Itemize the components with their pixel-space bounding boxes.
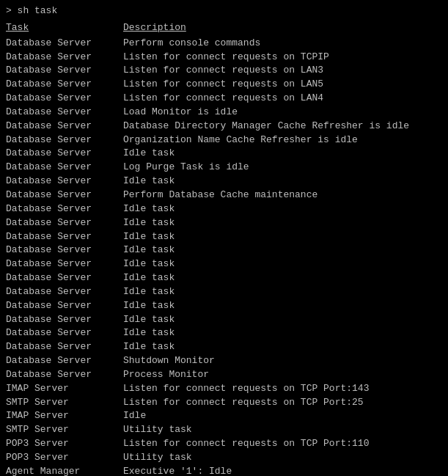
description-cell: Idle task <box>123 257 442 271</box>
table-row: Database ServerShutdown Monitor <box>6 354 442 368</box>
task-cell: Database Server <box>6 368 123 382</box>
task-cell: Database Server <box>6 147 123 161</box>
task-cell: Database Server <box>6 106 123 120</box>
description-cell: Idle task <box>123 313 442 327</box>
task-cell: Database Server <box>6 326 123 340</box>
table-row: Database ServerPerform console commands <box>6 37 442 51</box>
description-cell: Listen for connect requests on LAN5 <box>123 78 442 92</box>
task-cell: Database Server <box>6 202 123 216</box>
task-cell: Database Server <box>6 285 123 299</box>
description-cell: Process Monitor <box>123 368 442 382</box>
table-row: Database ServerLoad Monitor is idle <box>6 106 442 120</box>
column-header-task: Task <box>6 21 123 35</box>
description-cell: Idle task <box>123 299 442 313</box>
description-cell: Log Purge Task is idle <box>123 161 442 175</box>
description-cell: Idle task <box>123 147 442 161</box>
table-row: Database ServerProcess Monitor <box>6 368 442 382</box>
description-cell: Shutdown Monitor <box>123 354 442 368</box>
description-cell: Idle task <box>123 175 442 188</box>
task-cell: Database Server <box>6 244 123 257</box>
table-header: Task Description <box>6 21 442 35</box>
task-cell: Database Server <box>6 354 123 368</box>
description-cell: Listen for connect requests on TCP Port:… <box>123 382 442 396</box>
table-row: Database ServerListen for connect reques… <box>6 92 442 106</box>
task-cell: Database Server <box>6 188 123 202</box>
table-row: Database ServerIdle task <box>6 202 442 216</box>
description-cell: Executive '1': Idle <box>123 465 442 476</box>
table-row: Database ServerIdle task <box>6 299 442 313</box>
description-cell: Idle task <box>123 244 442 257</box>
task-cell: Database Server <box>6 37 123 51</box>
description-cell: Listen for connect requests on TCP Port:… <box>123 437 442 451</box>
description-cell: Idle task <box>123 230 442 244</box>
table-row: Database ServerListen for connect reques… <box>6 64 442 78</box>
task-cell: SMTP Server <box>6 396 123 410</box>
description-cell: Idle task <box>123 340 442 354</box>
table-row: Database ServerIdle task <box>6 313 442 327</box>
task-cell: IMAP Server <box>6 409 123 423</box>
description-cell: Idle task <box>123 216 442 230</box>
table-row: IMAP ServerListen for connect requests o… <box>6 382 442 396</box>
description-cell: Database Directory Manager Cache Refresh… <box>123 120 442 133</box>
task-cell: Database Server <box>6 230 123 244</box>
task-cell: POP3 Server <box>6 437 123 451</box>
table-row: Database ServerDatabase Directory Manage… <box>6 120 442 133</box>
table-row: SMTP ServerUtility task <box>6 423 442 437</box>
task-cell: Database Server <box>6 133 123 147</box>
table-row: Database ServerIdle task <box>6 326 442 340</box>
description-cell: Perform console commands <box>123 37 442 51</box>
table-row: Database ServerIdle task <box>6 230 442 244</box>
table-row: Database ServerPerform Database Cache ma… <box>6 188 442 202</box>
table-body: Database ServerPerform console commandsD… <box>6 37 442 476</box>
description-cell: Load Monitor is idle <box>123 106 442 120</box>
table-row: POP3 ServerListen for connect requests o… <box>6 437 442 451</box>
description-cell: Listen for connect requests on TCP Port:… <box>123 396 442 410</box>
description-cell: Utility task <box>123 451 442 465</box>
task-cell: POP3 Server <box>6 451 123 465</box>
task-cell: Database Server <box>6 51 123 65</box>
table-row: Database ServerIdle task <box>6 244 442 257</box>
table-row: Database ServerIdle task <box>6 257 442 271</box>
terminal-window: > sh task Task Description Database Serv… <box>6 4 442 476</box>
task-cell: Database Server <box>6 175 123 188</box>
description-cell: Idle task <box>123 285 442 299</box>
table-row: Database ServerIdle task <box>6 285 442 299</box>
task-cell: Database Server <box>6 120 123 133</box>
table-row: Database ServerIdle task <box>6 271 442 285</box>
description-cell: Listen for connect requests on LAN4 <box>123 92 442 106</box>
table-row: POP3 ServerUtility task <box>6 451 442 465</box>
column-header-description: Description <box>123 21 442 35</box>
description-cell: Idle task <box>123 326 442 340</box>
table-row: IMAP ServerIdle <box>6 409 442 423</box>
task-cell: Agent Manager <box>6 465 123 476</box>
table-row: SMTP ServerListen for connect requests o… <box>6 396 442 410</box>
task-cell: SMTP Server <box>6 423 123 437</box>
table-row: Database ServerIdle task <box>6 216 442 230</box>
table-row: Database ServerListen for connect reques… <box>6 51 442 65</box>
task-cell: Database Server <box>6 92 123 106</box>
description-cell: Perform Database Cache maintenance <box>123 188 442 202</box>
description-cell: Listen for connect requests on LAN3 <box>123 64 442 78</box>
task-cell: Database Server <box>6 78 123 92</box>
command-line: > sh task <box>6 4 442 18</box>
description-cell: Idle task <box>123 202 442 216</box>
task-cell: Database Server <box>6 313 123 327</box>
table-row: Database ServerListen for connect reques… <box>6 78 442 92</box>
task-cell: Database Server <box>6 340 123 354</box>
table-row: Database ServerLog Purge Task is idle <box>6 161 442 175</box>
table-row: Database ServerIdle task <box>6 147 442 161</box>
table-row: Database ServerIdle task <box>6 340 442 354</box>
table-row: Database ServerIdle task <box>6 175 442 188</box>
description-cell: Listen for connect requests on TCPIP <box>123 51 442 65</box>
description-cell: Utility task <box>123 423 442 437</box>
task-cell: Database Server <box>6 299 123 313</box>
task-cell: IMAP Server <box>6 382 123 396</box>
task-cell: Database Server <box>6 257 123 271</box>
description-cell: Idle <box>123 409 442 423</box>
task-cell: Database Server <box>6 64 123 78</box>
table-row: Database ServerOrganization Name Cache R… <box>6 133 442 147</box>
description-cell: Organization Name Cache Refresher is idl… <box>123 133 442 147</box>
task-cell: Database Server <box>6 161 123 175</box>
table-row: Agent ManagerExecutive '1': Idle <box>6 465 442 476</box>
task-cell: Database Server <box>6 216 123 230</box>
